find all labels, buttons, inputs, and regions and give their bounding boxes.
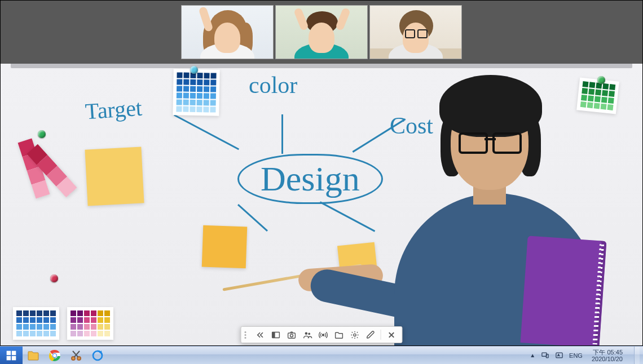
clock-time: 05:45 bbox=[607, 349, 623, 356]
language-indicator[interactable]: ENG bbox=[569, 352, 583, 359]
close-toolbar-button[interactable] bbox=[384, 328, 399, 341]
meeting-toolbar[interactable] bbox=[241, 326, 403, 343]
files-button[interactable] bbox=[332, 328, 346, 341]
show-desktop-button[interactable] bbox=[634, 347, 640, 364]
toolbar-drag-handle[interactable] bbox=[245, 331, 249, 339]
pushpin-icon bbox=[190, 66, 198, 74]
settings-button[interactable] bbox=[347, 328, 362, 341]
svg-point-14 bbox=[53, 354, 56, 357]
taskbar-clock[interactable]: 下午 05:45 2020/10/20 bbox=[588, 348, 626, 363]
desktop-screen: Design Target color Cost bbox=[0, 0, 643, 364]
annotate-button[interactable] bbox=[363, 328, 378, 341]
participant-tile-1[interactable] bbox=[181, 5, 274, 59]
sticky-note bbox=[85, 147, 144, 206]
system-tray[interactable]: ▲ ENG 下午 05:45 2020/10/20 bbox=[526, 347, 643, 364]
svg-point-7 bbox=[353, 334, 355, 336]
windows-taskbar[interactable]: ▲ ENG 下午 05:45 2020/10/20 bbox=[0, 346, 643, 364]
main-presenter-view[interactable]: Design Target color Cost bbox=[1, 64, 642, 345]
svg-rect-1 bbox=[272, 332, 275, 338]
taskbar-item-file-explorer[interactable] bbox=[23, 347, 44, 364]
svg-rect-19 bbox=[546, 354, 548, 358]
svg-point-3 bbox=[290, 334, 293, 337]
svg-rect-10 bbox=[7, 356, 11, 360]
pushpin-icon bbox=[50, 274, 58, 282]
participants-button[interactable] bbox=[300, 328, 315, 341]
clock-date: 2020/10/20 bbox=[592, 356, 623, 362]
taskbar-item-snipping-tool[interactable] bbox=[65, 347, 87, 364]
start-button[interactable] bbox=[0, 347, 23, 364]
sticky-note bbox=[202, 225, 248, 269]
presenter-video bbox=[332, 86, 626, 345]
clock-prefix: 下午 bbox=[593, 349, 605, 356]
color-swatch-card-bottom-2 bbox=[67, 307, 113, 340]
svg-rect-11 bbox=[12, 356, 16, 360]
collapse-button[interactable] bbox=[253, 328, 267, 341]
pushpin-icon bbox=[597, 76, 605, 84]
svg-rect-9 bbox=[12, 350, 16, 355]
layout-button[interactable] bbox=[268, 328, 283, 341]
whiteboard-branch-color: color bbox=[249, 72, 297, 99]
color-swatch-card-blue bbox=[173, 69, 219, 116]
participant-tile-2[interactable] bbox=[275, 5, 368, 59]
tray-overflow-button[interactable]: ▲ bbox=[530, 352, 535, 358]
pushpin-icon bbox=[38, 130, 46, 138]
svg-point-4 bbox=[305, 332, 307, 335]
devices-icon[interactable] bbox=[541, 351, 549, 359]
svg-point-6 bbox=[322, 334, 324, 335]
svg-point-5 bbox=[308, 332, 310, 335]
broadcast-button[interactable] bbox=[316, 328, 331, 341]
taskbar-item-app[interactable] bbox=[87, 347, 108, 364]
whiteboard-branch-target: Target bbox=[84, 95, 143, 125]
participants-bar bbox=[1, 1, 642, 64]
taskbar-item-chrome[interactable] bbox=[44, 347, 65, 364]
svg-rect-2 bbox=[288, 332, 295, 338]
color-swatch-card-bottom-1 bbox=[13, 307, 59, 340]
ime-icon[interactable] bbox=[555, 351, 563, 359]
svg-rect-8 bbox=[7, 350, 11, 355]
participant-tile-3[interactable] bbox=[369, 5, 462, 59]
snapshot-button[interactable] bbox=[284, 328, 299, 341]
